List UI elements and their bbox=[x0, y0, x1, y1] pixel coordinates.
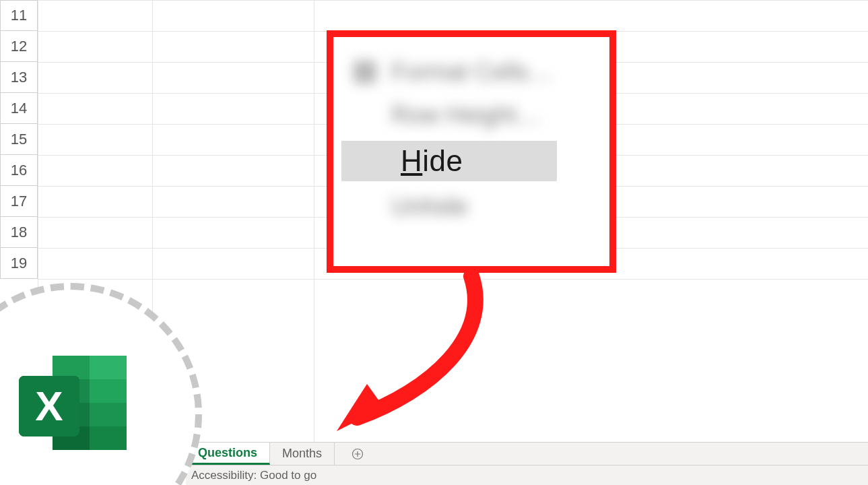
row-header[interactable]: 19 bbox=[0, 248, 38, 279]
status-bar: Accessibility: Good to go bbox=[186, 465, 868, 485]
row-header[interactable]: 17 bbox=[0, 186, 38, 217]
svg-rect-9 bbox=[90, 426, 127, 450]
row-header[interactable]: 16 bbox=[0, 155, 38, 186]
svg-rect-7 bbox=[90, 403, 127, 426]
menu-item-row-height[interactable]: Row Height… bbox=[341, 94, 601, 137]
format-cells-icon bbox=[354, 61, 376, 84]
tab-questions[interactable]: Questions bbox=[186, 442, 270, 465]
context-menu-callout: Format Cells… Row Height… Hide Unhide bbox=[327, 30, 616, 273]
row-header[interactable]: 11 bbox=[0, 0, 38, 31]
svg-text:X: X bbox=[35, 383, 63, 429]
menu-item-label: Hide bbox=[401, 144, 463, 178]
plus-circle-icon bbox=[352, 448, 364, 460]
menu-item-label: Format Cells… bbox=[391, 58, 553, 86]
menu-item-hide[interactable]: Hide bbox=[341, 141, 557, 181]
row-header[interactable]: 15 bbox=[0, 124, 38, 155]
menu-item-label: Unhide bbox=[391, 193, 468, 221]
svg-rect-2 bbox=[53, 356, 90, 379]
accessibility-status: Accessibility: Good to go bbox=[191, 469, 316, 482]
menu-item-label: Row Height… bbox=[391, 101, 541, 129]
sheet-tabs-bar: Questions Months bbox=[186, 442, 868, 465]
row-header[interactable]: 13 bbox=[0, 62, 38, 93]
row-header[interactable]: 12 bbox=[0, 31, 38, 62]
tab-label: Questions bbox=[198, 446, 257, 460]
menu-item-unhide[interactable]: Unhide bbox=[341, 185, 601, 228]
row-headers: 11 12 13 14 15 16 17 18 19 bbox=[0, 0, 38, 279]
row-header[interactable]: 18 bbox=[0, 217, 38, 248]
svg-rect-3 bbox=[90, 356, 127, 379]
tab-label: Months bbox=[282, 447, 322, 461]
excel-logo: X bbox=[13, 350, 135, 458]
tab-months[interactable]: Months bbox=[270, 443, 335, 465]
row-header[interactable]: 14 bbox=[0, 93, 38, 124]
svg-rect-5 bbox=[90, 379, 127, 403]
menu-item-format-cells[interactable]: Format Cells… bbox=[341, 51, 601, 94]
new-sheet-button[interactable] bbox=[344, 443, 371, 465]
